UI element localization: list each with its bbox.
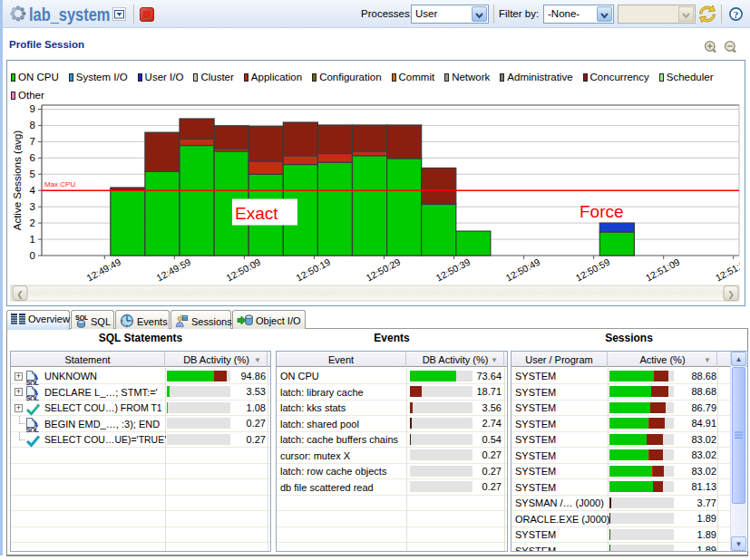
svg-text:0: 0 (30, 250, 35, 261)
svg-text:12:50:49: 12:50:49 (504, 256, 542, 284)
svg-text:Max CPU: Max CPU (44, 180, 75, 188)
svg-text:12:50:59: 12:50:59 (574, 256, 612, 284)
svg-text:?: ? (734, 9, 739, 20)
svg-text:❮: ❮ (16, 290, 24, 300)
svg-text:Exact: Exact (235, 204, 278, 223)
svg-text:12:50:09: 12:50:09 (224, 256, 262, 284)
svg-text:Force: Force (580, 202, 624, 221)
svg-text:12:50:39: 12:50:39 (434, 256, 472, 284)
svg-text:1: 1 (30, 234, 35, 245)
svg-text:3: 3 (30, 201, 35, 212)
svg-text:12:51:19: 12:51:19 (714, 256, 744, 284)
svg-text:12:51:09: 12:51:09 (644, 256, 682, 284)
svg-text:12:50:29: 12:50:29 (365, 256, 403, 284)
svg-text:12:49:49: 12:49:49 (84, 256, 122, 284)
svg-text:12:50:19: 12:50:19 (294, 256, 332, 284)
svg-text:Active Sessions (avg): Active Sessions (avg) (12, 130, 23, 231)
svg-text:2: 2 (30, 217, 35, 228)
svg-text:8: 8 (30, 120, 35, 130)
svg-text:7: 7 (30, 136, 35, 147)
svg-text:12:49:59: 12:49:59 (154, 256, 192, 284)
svg-text:6: 6 (30, 152, 35, 163)
svg-text:4: 4 (30, 185, 36, 196)
svg-text:❯: ❯ (727, 290, 735, 300)
svg-text:9: 9 (30, 103, 35, 114)
svg-text:5: 5 (30, 169, 35, 179)
